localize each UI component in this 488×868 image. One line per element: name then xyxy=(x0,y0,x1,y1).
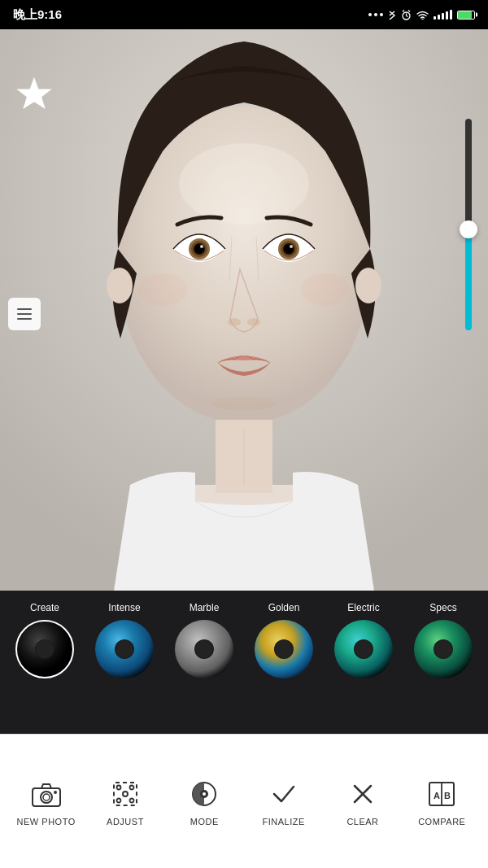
svg-point-34 xyxy=(41,792,52,803)
lens-swatch-marble[interactable] xyxy=(175,620,233,678)
lens-pupil xyxy=(194,639,214,659)
lens-categories: Create Intense Marble Golden xyxy=(0,591,488,685)
lens-label-specs: Specs xyxy=(429,602,456,613)
lens-category-intense[interactable]: Intense xyxy=(86,602,163,678)
lens-pupil xyxy=(35,639,54,659)
slider-track xyxy=(465,119,472,330)
svg-point-45 xyxy=(203,792,206,796)
finalize-button[interactable]: FINALIZE xyxy=(244,776,323,827)
adjust-label: ADJUST xyxy=(107,817,144,827)
lens-swatch-golden[interactable] xyxy=(255,620,313,678)
svg-text:B: B xyxy=(444,791,451,800)
svg-point-12 xyxy=(179,143,309,225)
more-icon xyxy=(368,13,383,16)
svg-point-38 xyxy=(123,792,128,796)
svg-point-10 xyxy=(107,268,133,303)
status-bar: 晚上9:16 xyxy=(0,0,488,29)
bluetooth-icon xyxy=(388,9,396,20)
svg-point-41 xyxy=(116,799,120,803)
compare-button[interactable]: A B COMPARE xyxy=(403,776,481,827)
adjust-button[interactable]: ADJUST xyxy=(85,776,164,827)
intensity-slider[interactable] xyxy=(465,119,472,347)
mode-button[interactable]: MODE xyxy=(165,776,244,827)
svg-point-35 xyxy=(43,794,50,800)
x-icon xyxy=(345,776,381,812)
lens-panel: Create Intense Marble Golden xyxy=(0,591,488,734)
svg-point-40 xyxy=(129,786,133,790)
compare-label: COMPARE xyxy=(418,817,465,827)
menu-icon xyxy=(17,308,32,310)
lens-swatch-specs[interactable] xyxy=(414,620,473,678)
svg-line-2 xyxy=(407,15,408,16)
finalize-label: FINALIZE xyxy=(263,817,305,827)
slider-thumb[interactable] xyxy=(460,220,477,238)
lens-swatch-electric[interactable] xyxy=(334,620,393,678)
svg-line-3 xyxy=(403,10,404,11)
svg-point-5 xyxy=(421,18,423,19)
status-icons xyxy=(368,9,475,20)
lens-label-create: Create xyxy=(30,602,59,613)
status-time: 晚上9:16 xyxy=(13,7,62,23)
lens-label-marble: Marble xyxy=(190,602,220,613)
new-photo-label: NEW PHOTO xyxy=(17,817,76,827)
signal-icon xyxy=(434,10,452,20)
compare-icon: A B xyxy=(424,776,460,812)
svg-point-39 xyxy=(116,786,120,790)
lens-label-intense: Intense xyxy=(108,602,140,613)
adjust-icon xyxy=(107,776,143,812)
star-icon xyxy=(15,76,53,113)
svg-point-17 xyxy=(200,245,203,248)
svg-point-23 xyxy=(228,318,241,326)
svg-point-27 xyxy=(211,397,277,410)
mode-label: MODE xyxy=(190,817,219,827)
svg-point-24 xyxy=(247,318,260,326)
svg-text:A: A xyxy=(434,791,440,800)
lens-label-electric: Electric xyxy=(347,602,379,613)
svg-point-11 xyxy=(355,268,381,303)
lens-swatch-create[interactable] xyxy=(15,620,74,678)
battery-icon xyxy=(457,11,475,20)
menu-icon xyxy=(17,313,32,315)
menu-button[interactable] xyxy=(8,298,41,330)
svg-marker-32 xyxy=(19,79,50,107)
check-icon xyxy=(266,776,302,812)
alarm-icon xyxy=(401,10,412,20)
photo-area xyxy=(0,29,488,591)
lens-swatch-intense[interactable] xyxy=(95,620,154,678)
clear-label: CLEAR xyxy=(346,817,378,827)
face-svg xyxy=(0,29,488,591)
lens-category-electric[interactable]: Electric xyxy=(325,602,402,678)
svg-point-42 xyxy=(129,799,133,803)
lens-pupil xyxy=(434,639,453,659)
clear-button[interactable]: CLEAR xyxy=(323,776,402,827)
lens-category-specs[interactable]: Specs xyxy=(405,602,481,678)
lens-pupil xyxy=(115,639,134,659)
wifi-icon xyxy=(416,11,429,20)
camera-icon xyxy=(28,776,64,812)
lens-category-create[interactable]: Create xyxy=(7,602,83,678)
svg-point-30 xyxy=(138,273,187,306)
lens-pupil xyxy=(274,639,294,659)
favorite-button[interactable] xyxy=(11,72,57,117)
svg-point-22 xyxy=(290,245,293,248)
svg-point-31 xyxy=(301,273,350,306)
lens-label-golden: Golden xyxy=(268,602,300,613)
lens-category-golden[interactable]: Golden xyxy=(246,602,322,678)
menu-icon xyxy=(17,318,32,320)
lens-category-marble[interactable]: Marble xyxy=(166,602,242,678)
lens-pupil xyxy=(354,639,373,659)
bottom-toolbar: NEW PHOTO ADJUST MODE xyxy=(0,734,488,868)
mode-icon xyxy=(186,776,222,812)
svg-line-4 xyxy=(408,10,410,11)
svg-point-36 xyxy=(54,791,57,794)
new-photo-button[interactable]: NEW PHOTO xyxy=(7,776,85,827)
